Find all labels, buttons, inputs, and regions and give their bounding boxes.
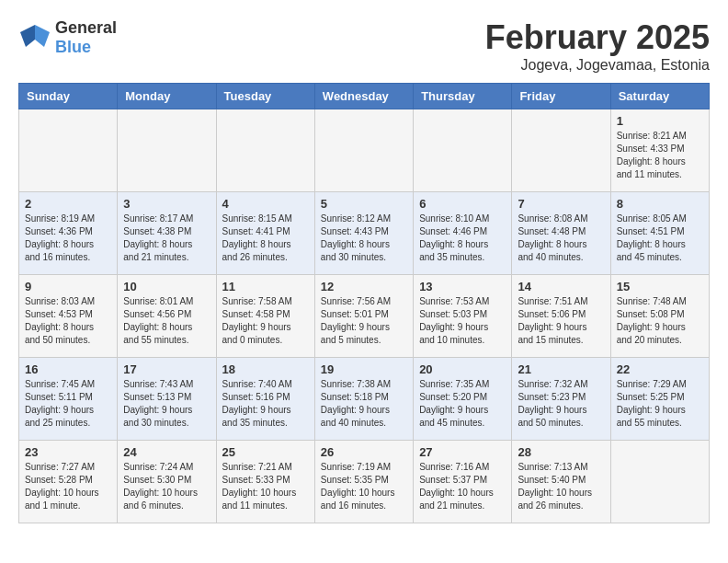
week-row-5: 23Sunrise: 7:27 AM Sunset: 5:28 PM Dayli… [19, 441, 710, 523]
day-info: Sunrise: 7:40 AM Sunset: 5:16 PM Dayligh… [222, 378, 309, 430]
day-number: 24 [123, 445, 210, 459]
day-cell: 26Sunrise: 7:19 AM Sunset: 5:35 PM Dayli… [314, 441, 413, 523]
day-number: 27 [419, 445, 506, 459]
day-number: 19 [321, 362, 407, 376]
day-cell: 25Sunrise: 7:21 AM Sunset: 5:33 PM Dayli… [216, 441, 314, 523]
header: GeneralBlue February 2025 Jogeva, Jogeva… [18, 18, 710, 74]
weekday-header-thursday: Thursday [414, 84, 512, 109]
day-number: 21 [518, 362, 604, 376]
day-info: Sunrise: 7:29 AM Sunset: 5:25 PM Dayligh… [617, 378, 703, 430]
day-info: Sunrise: 8:10 AM Sunset: 4:46 PM Dayligh… [419, 213, 506, 264]
weekday-header-tuesday: Tuesday [216, 84, 314, 109]
day-cell: 12Sunrise: 7:56 AM Sunset: 5:01 PM Dayli… [314, 275, 413, 358]
day-number: 13 [419, 280, 506, 293]
day-info: Sunrise: 8:17 AM Sunset: 4:38 PM Dayligh… [123, 213, 210, 264]
day-number: 11 [222, 280, 309, 293]
day-cell: 4Sunrise: 8:15 AM Sunset: 4:41 PM Daylig… [216, 192, 314, 275]
logo-blue-text: Blue [55, 38, 91, 56]
day-info: Sunrise: 8:01 AM Sunset: 4:56 PM Dayligh… [123, 295, 210, 347]
week-row-1: 1Sunrise: 8:21 AM Sunset: 4:33 PM Daylig… [19, 109, 710, 192]
day-info: Sunrise: 8:12 AM Sunset: 4:43 PM Dayligh… [321, 213, 407, 264]
day-cell [512, 109, 610, 192]
weekday-header-sunday: Sunday [19, 84, 118, 109]
day-info: Sunrise: 7:32 AM Sunset: 5:23 PM Dayligh… [518, 378, 604, 430]
day-cell: 22Sunrise: 7:29 AM Sunset: 5:25 PM Dayli… [610, 358, 709, 441]
day-cell [314, 109, 413, 192]
day-number: 16 [25, 362, 111, 376]
day-info: Sunrise: 7:24 AM Sunset: 5:30 PM Dayligh… [123, 461, 210, 512]
day-cell: 5Sunrise: 8:12 AM Sunset: 4:43 PM Daylig… [314, 192, 413, 275]
day-number: 25 [222, 445, 309, 459]
day-info: Sunrise: 8:05 AM Sunset: 4:51 PM Dayligh… [617, 213, 703, 264]
day-info: Sunrise: 7:38 AM Sunset: 5:18 PM Dayligh… [321, 378, 407, 430]
main-title: February 2025 [485, 18, 710, 57]
weekday-header-monday: Monday [118, 84, 216, 109]
day-cell [216, 109, 314, 192]
day-cell: 19Sunrise: 7:38 AM Sunset: 5:18 PM Dayli… [314, 358, 413, 441]
day-number: 2 [25, 197, 111, 211]
day-info: Sunrise: 7:35 AM Sunset: 5:20 PM Dayligh… [419, 378, 506, 430]
day-cell: 17Sunrise: 7:43 AM Sunset: 5:13 PM Dayli… [118, 358, 216, 441]
week-row-2: 2Sunrise: 8:19 AM Sunset: 4:36 PM Daylig… [19, 192, 710, 275]
weekday-header-wednesday: Wednesday [314, 84, 413, 109]
weekday-header-friday: Friday [512, 84, 610, 109]
day-number: 6 [419, 197, 506, 211]
day-cell [118, 109, 216, 192]
day-cell: 18Sunrise: 7:40 AM Sunset: 5:16 PM Dayli… [216, 358, 314, 441]
day-cell: 7Sunrise: 8:08 AM Sunset: 4:48 PM Daylig… [512, 192, 610, 275]
svg-marker-1 [20, 25, 35, 47]
day-cell: 10Sunrise: 8:01 AM Sunset: 4:56 PM Dayli… [118, 275, 216, 358]
day-number: 9 [25, 280, 111, 293]
day-cell: 23Sunrise: 7:27 AM Sunset: 5:28 PM Dayli… [19, 441, 118, 523]
day-cell: 8Sunrise: 8:05 AM Sunset: 4:51 PM Daylig… [610, 192, 709, 275]
day-cell: 15Sunrise: 7:48 AM Sunset: 5:08 PM Dayli… [610, 275, 709, 358]
title-area: February 2025 Jogeva, Jogevamaa, Estonia [485, 18, 710, 74]
day-cell [610, 441, 709, 523]
day-info: Sunrise: 7:27 AM Sunset: 5:28 PM Dayligh… [25, 461, 111, 512]
day-info: Sunrise: 7:21 AM Sunset: 5:33 PM Dayligh… [222, 461, 309, 512]
logo: GeneralBlue [18, 18, 117, 57]
day-info: Sunrise: 7:16 AM Sunset: 5:37 PM Dayligh… [419, 461, 506, 512]
day-cell: 24Sunrise: 7:24 AM Sunset: 5:30 PM Dayli… [118, 441, 216, 523]
day-cell: 3Sunrise: 8:17 AM Sunset: 4:38 PM Daylig… [118, 192, 216, 275]
svg-marker-0 [35, 25, 50, 47]
day-cell: 2Sunrise: 8:19 AM Sunset: 4:36 PM Daylig… [19, 192, 118, 275]
day-cell: 13Sunrise: 7:53 AM Sunset: 5:03 PM Dayli… [414, 275, 512, 358]
weekday-header-row: SundayMondayTuesdayWednesdayThursdayFrid… [19, 84, 710, 109]
day-info: Sunrise: 7:58 AM Sunset: 4:58 PM Dayligh… [222, 295, 309, 347]
day-number: 23 [25, 445, 111, 459]
day-cell: 1Sunrise: 8:21 AM Sunset: 4:33 PM Daylig… [610, 109, 709, 192]
calendar-table: SundayMondayTuesdayWednesdayThursdayFrid… [18, 83, 710, 523]
day-info: Sunrise: 8:15 AM Sunset: 4:41 PM Dayligh… [222, 213, 309, 264]
day-cell: 14Sunrise: 7:51 AM Sunset: 5:06 PM Dayli… [512, 275, 610, 358]
day-number: 22 [617, 362, 703, 376]
day-number: 1 [617, 114, 703, 128]
day-cell: 9Sunrise: 8:03 AM Sunset: 4:53 PM Daylig… [19, 275, 118, 358]
day-info: Sunrise: 8:21 AM Sunset: 4:33 PM Dayligh… [617, 130, 703, 181]
day-info: Sunrise: 7:56 AM Sunset: 5:01 PM Dayligh… [321, 295, 407, 347]
logo-general-text: General [55, 18, 117, 37]
day-info: Sunrise: 7:43 AM Sunset: 5:13 PM Dayligh… [123, 378, 210, 430]
day-info: Sunrise: 7:13 AM Sunset: 5:40 PM Dayligh… [518, 461, 604, 512]
day-info: Sunrise: 8:03 AM Sunset: 4:53 PM Dayligh… [25, 295, 111, 347]
day-cell: 28Sunrise: 7:13 AM Sunset: 5:40 PM Dayli… [512, 441, 610, 523]
week-row-4: 16Sunrise: 7:45 AM Sunset: 5:11 PM Dayli… [19, 358, 710, 441]
day-number: 17 [123, 362, 210, 376]
day-number: 7 [518, 197, 604, 211]
weekday-header-saturday: Saturday [610, 84, 709, 109]
day-info: Sunrise: 7:45 AM Sunset: 5:11 PM Dayligh… [25, 378, 111, 430]
day-number: 26 [321, 445, 407, 459]
day-cell [414, 109, 512, 192]
day-info: Sunrise: 7:53 AM Sunset: 5:03 PM Dayligh… [419, 295, 506, 347]
day-info: Sunrise: 7:19 AM Sunset: 5:35 PM Dayligh… [321, 461, 407, 512]
day-info: Sunrise: 8:08 AM Sunset: 4:48 PM Dayligh… [518, 213, 604, 264]
logo-text: GeneralBlue [55, 18, 117, 57]
day-cell: 6Sunrise: 8:10 AM Sunset: 4:46 PM Daylig… [414, 192, 512, 275]
day-info: Sunrise: 7:51 AM Sunset: 5:06 PM Dayligh… [518, 295, 604, 347]
day-number: 3 [123, 197, 210, 211]
day-number: 5 [321, 197, 407, 211]
day-number: 14 [518, 280, 604, 293]
day-number: 12 [321, 280, 407, 293]
day-number: 28 [518, 445, 604, 459]
day-cell: 21Sunrise: 7:32 AM Sunset: 5:23 PM Dayli… [512, 358, 610, 441]
